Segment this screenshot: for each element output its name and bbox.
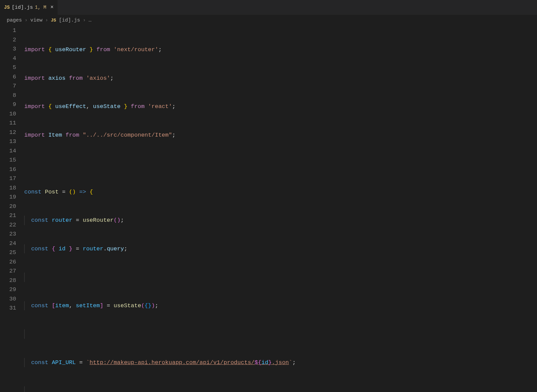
- code-line[interactable]: import axios from 'axios';: [24, 74, 537, 83]
- breadcrumb-file[interactable]: [id].js: [59, 17, 80, 23]
- js-icon: JS: [51, 18, 56, 23]
- line-number: 14: [0, 146, 16, 156]
- line-number: 22: [0, 220, 16, 230]
- line-number: 10: [0, 109, 16, 119]
- code-line[interactable]: [24, 386, 537, 392]
- tab-bar: JS [id].js 1, M ×: [0, 0, 537, 15]
- line-number: 5: [0, 63, 16, 72]
- line-number: 26: [0, 257, 16, 267]
- line-number: 24: [0, 239, 16, 248]
- code-line[interactable]: const API_URL = `http://makeup-api.herok…: [24, 358, 537, 367]
- line-number: 1: [0, 26, 16, 35]
- line-number: 8: [0, 91, 16, 100]
- tab-status: 1, M: [35, 5, 46, 10]
- breadcrumb-item[interactable]: pages: [7, 17, 22, 23]
- tab-filename: [id].js: [12, 5, 33, 10]
- line-number-gutter: 1234567891011121314151617181920212223242…: [0, 25, 24, 390]
- line-number: 29: [0, 285, 16, 294]
- line-number: 13: [0, 137, 16, 146]
- line-number: 27: [0, 266, 16, 276]
- line-number: 7: [0, 81, 16, 91]
- code-editor[interactable]: 1234567891011121314151617181920212223242…: [0, 25, 537, 390]
- breadcrumb-trailing[interactable]: …: [89, 17, 92, 23]
- line-number: 31: [0, 304, 16, 313]
- line-number: 3: [0, 44, 16, 54]
- chevron-right-icon: ›: [45, 17, 48, 23]
- chevron-right-icon: ›: [25, 17, 28, 23]
- line-number: 18: [0, 183, 16, 193]
- code-line[interactable]: import { useRouter } from 'next/router';: [24, 45, 537, 55]
- code-line[interactable]: const router = useRouter();: [24, 216, 537, 225]
- code-area[interactable]: import { useRouter } from 'next/router';…: [24, 25, 537, 390]
- code-line[interactable]: const Post = () => {: [24, 187, 537, 197]
- close-icon[interactable]: ×: [50, 4, 54, 10]
- code-line[interactable]: const [item, setItem] = useState({});: [24, 301, 537, 311]
- line-number: 21: [0, 211, 16, 220]
- line-number: 11: [0, 118, 16, 128]
- code-line[interactable]: [24, 159, 537, 168]
- line-number: 2: [0, 35, 16, 45]
- code-line[interactable]: import { useEffect, useState } from 'rea…: [24, 102, 537, 111]
- code-line[interactable]: const { id } = router.query;: [24, 244, 537, 254]
- line-number: 20: [0, 202, 16, 211]
- code-line[interactable]: [24, 273, 537, 282]
- line-number: 6: [0, 72, 16, 82]
- line-number: 30: [0, 294, 16, 304]
- line-number: 23: [0, 229, 16, 239]
- code-line[interactable]: [24, 329, 537, 339]
- line-number: 15: [0, 155, 16, 165]
- js-icon: JS: [4, 5, 10, 10]
- chevron-right-icon: ›: [83, 17, 86, 23]
- breadcrumb-item[interactable]: view: [30, 17, 42, 23]
- tab-active[interactable]: JS [id].js 1, M ×: [0, 0, 58, 15]
- line-number: 25: [0, 248, 16, 257]
- line-number: 17: [0, 174, 16, 183]
- line-number: 9: [0, 100, 16, 109]
- line-number: 4: [0, 54, 16, 63]
- breadcrumb: pages › view › JS [id].js › …: [0, 15, 537, 25]
- code-line[interactable]: import Item from "../../src/component/It…: [24, 131, 537, 140]
- line-number: 12: [0, 128, 16, 137]
- line-number: 16: [0, 165, 16, 174]
- line-number: 19: [0, 192, 16, 202]
- line-number: 28: [0, 276, 16, 285]
